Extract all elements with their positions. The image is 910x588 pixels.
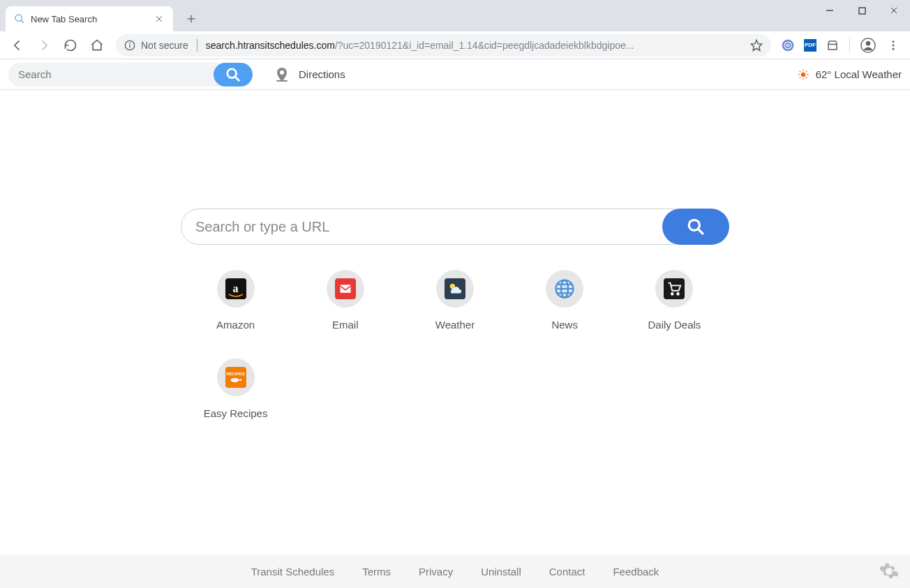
- page-footer: Transit Schedules Terms Privacy Uninstal…: [0, 555, 910, 588]
- main-search-button[interactable]: [662, 209, 729, 245]
- directions-label: Directions: [299, 68, 345, 80]
- shortcut-label: Amazon: [216, 319, 255, 331]
- shortcut-label: Daily Deals: [648, 319, 701, 331]
- extension-icon-1[interactable]: [778, 36, 798, 55]
- svg-rect-38: [340, 285, 350, 293]
- window-controls: [814, 0, 910, 31]
- maximize-button[interactable]: [846, 0, 878, 21]
- shortcut-label: Weather: [435, 319, 475, 331]
- shortcut-amazon[interactable]: a Amazon: [181, 270, 290, 331]
- recipes-icon: RECIPES: [217, 359, 255, 396]
- divider: [849, 38, 850, 53]
- footer-link-feedback[interactable]: Feedback: [613, 566, 659, 578]
- new-tab-button[interactable]: [181, 9, 201, 29]
- svg-point-21: [893, 44, 895, 46]
- svg-line-34: [799, 77, 800, 78]
- browser-toolbar: Not secure search.htransitschedules.com/…: [0, 31, 910, 59]
- bookmark-star-icon[interactable]: [750, 39, 763, 52]
- svg-line-24: [235, 76, 239, 80]
- svg-line-1: [21, 20, 24, 23]
- svg-line-32: [799, 70, 800, 71]
- gear-icon[interactable]: [877, 559, 902, 584]
- divider: [197, 39, 197, 52]
- svg-rect-48: [239, 379, 241, 380]
- svg-point-14: [782, 39, 794, 51]
- svg-point-45: [671, 293, 673, 295]
- svg-marker-13: [752, 40, 762, 50]
- toolbar-search: [8, 63, 253, 86]
- search-icon: [14, 13, 25, 24]
- svg-point-20: [893, 40, 895, 43]
- svg-line-33: [806, 77, 807, 78]
- shortcut-label: Email: [332, 319, 359, 331]
- toolbar-search-input[interactable]: [18, 68, 214, 80]
- address-bar[interactable]: Not secure search.htransitschedules.com/…: [116, 34, 771, 56]
- security-status: Not secure: [141, 40, 188, 51]
- svg-point-46: [678, 293, 680, 295]
- amazon-icon: a: [217, 270, 255, 308]
- home-button[interactable]: [85, 33, 109, 57]
- map-pin-icon: [274, 66, 290, 83]
- main-search-wrap: [181, 209, 690, 245]
- tabs-area: New Tab Search: [0, 0, 201, 31]
- svg-line-37: [698, 229, 703, 234]
- footer-link-privacy[interactable]: Privacy: [419, 566, 453, 578]
- cart-icon: [655, 270, 693, 308]
- svg-point-47: [230, 378, 239, 382]
- close-icon[interactable]: [154, 13, 165, 24]
- close-window-button[interactable]: [878, 0, 910, 21]
- shortcut-daily-deals[interactable]: Daily Deals: [620, 270, 729, 331]
- shortcut-email[interactable]: Email: [290, 270, 400, 331]
- shortcut-label: Easy Recipes: [204, 407, 268, 419]
- profile-avatar-button[interactable]: [857, 34, 879, 56]
- footer-link-transit[interactable]: Transit Schedules: [251, 566, 335, 578]
- sun-icon: [798, 69, 809, 80]
- svg-point-27: [800, 72, 805, 77]
- browser-tab[interactable]: New Tab Search: [6, 6, 173, 31]
- info-icon[interactable]: [124, 40, 135, 51]
- shortcut-easy-recipes[interactable]: RECIPES Easy Recipes: [181, 359, 290, 419]
- shortcuts-grid: a Amazon Email Weather News: [181, 270, 729, 419]
- reload-button[interactable]: [59, 33, 82, 57]
- page-content: a Amazon Email Weather News: [0, 90, 910, 555]
- svg-rect-7: [859, 8, 865, 14]
- back-button[interactable]: [6, 33, 29, 57]
- main-search: [181, 209, 729, 245]
- directions-link[interactable]: Directions: [274, 66, 345, 83]
- svg-point-0: [15, 15, 22, 21]
- weather-icon: [436, 270, 474, 308]
- url-text: search.htransitschedules.com/?uc=2019012…: [206, 40, 634, 51]
- svg-point-36: [689, 220, 699, 230]
- main-search-input[interactable]: [195, 219, 676, 235]
- weather-label: 62° Local Weather: [816, 68, 902, 80]
- svg-point-25: [280, 70, 284, 75]
- toolbar-search-button[interactable]: [214, 63, 253, 86]
- footer-link-contact[interactable]: Contact: [549, 566, 585, 578]
- extension-icon-3[interactable]: [823, 36, 842, 55]
- minimize-button[interactable]: [814, 0, 846, 21]
- svg-point-23: [228, 68, 237, 77]
- extension-icon-pdf[interactable]: PDF: [800, 36, 820, 55]
- footer-link-uninstall[interactable]: Uninstall: [481, 566, 521, 578]
- news-icon: [546, 270, 583, 308]
- svg-point-12: [130, 43, 130, 43]
- shortcut-label: News: [551, 319, 578, 331]
- svg-line-35: [806, 70, 807, 71]
- svg-point-22: [893, 47, 895, 50]
- chrome-menu-button[interactable]: [882, 34, 904, 56]
- shortcut-weather[interactable]: Weather: [400, 270, 509, 331]
- weather-link[interactable]: 62° Local Weather: [798, 68, 902, 80]
- extension-toolbar: Directions 62° Local Weather: [0, 59, 910, 90]
- footer-link-terms[interactable]: Terms: [362, 566, 391, 578]
- forward-button[interactable]: [32, 33, 56, 57]
- tab-title: New Tab Search: [31, 14, 148, 24]
- window-titlebar: New Tab Search: [0, 0, 910, 31]
- svg-rect-26: [276, 80, 288, 82]
- email-icon: [327, 270, 364, 308]
- svg-point-19: [866, 41, 870, 45]
- shortcut-news[interactable]: News: [510, 270, 620, 331]
